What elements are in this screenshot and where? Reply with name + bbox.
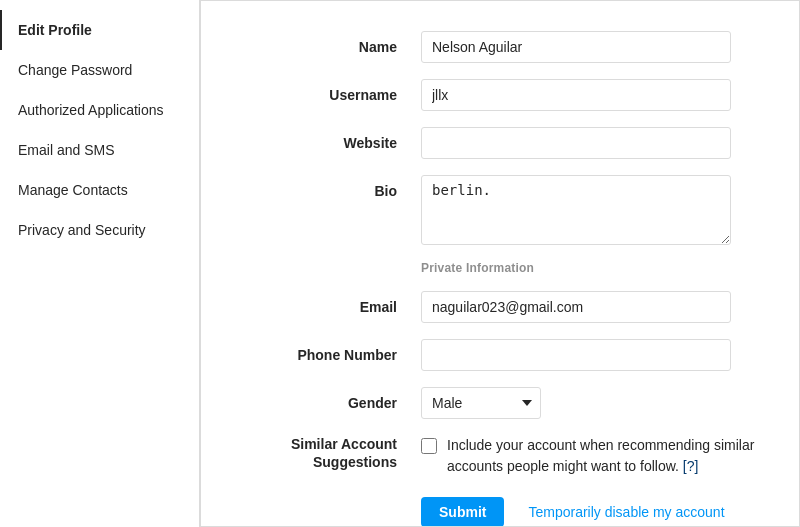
- disable-account-link[interactable]: Temporarily disable my account: [528, 504, 724, 520]
- username-input[interactable]: [421, 79, 731, 111]
- sidebar-item-email-and-sms[interactable]: Email and SMS: [0, 130, 199, 170]
- username-label: Username: [281, 79, 421, 103]
- bio-input[interactable]: berlin.: [421, 175, 731, 245]
- email-row: Email: [281, 291, 759, 323]
- name-row: Name: [281, 31, 759, 63]
- phone-label: Phone Number: [281, 339, 421, 363]
- sidebar-item-change-password[interactable]: Change Password: [0, 50, 199, 90]
- similar-help-link[interactable]: [?]: [683, 458, 699, 474]
- gender-label: Gender: [281, 387, 421, 411]
- sidebar: Edit Profile Change Password Authorized …: [0, 0, 200, 527]
- similar-content: Include your account when recommending s…: [421, 435, 759, 477]
- main-content: Name Username Website Bio berlin. Privat…: [200, 0, 800, 527]
- name-label: Name: [281, 31, 421, 55]
- bio-row: Bio berlin.: [281, 175, 759, 245]
- similar-account-label: Similar Account Suggestions: [281, 435, 421, 471]
- phone-input[interactable]: [421, 339, 731, 371]
- phone-row: Phone Number: [281, 339, 759, 371]
- website-label: Website: [281, 127, 421, 151]
- website-input[interactable]: [421, 127, 731, 159]
- email-label: Email: [281, 291, 421, 315]
- gender-select[interactable]: Male Female Prefer not to say: [421, 387, 541, 419]
- sidebar-item-edit-profile[interactable]: Edit Profile: [0, 10, 199, 50]
- private-info-section-label: Private Information: [421, 261, 759, 275]
- username-row: Username: [281, 79, 759, 111]
- gender-select-wrapper: Male Female Prefer not to say: [421, 387, 541, 419]
- sidebar-item-privacy-and-security[interactable]: Privacy and Security: [0, 210, 199, 250]
- similar-row: Similar Account Suggestions Include your…: [281, 435, 759, 477]
- similar-text: Include your account when recommending s…: [447, 435, 757, 477]
- bio-label: Bio: [281, 175, 421, 199]
- submit-button[interactable]: Submit: [421, 497, 504, 527]
- actions-row: Submit Temporarily disable my account: [421, 497, 759, 527]
- name-input[interactable]: [421, 31, 731, 63]
- sidebar-item-authorized-applications[interactable]: Authorized Applications: [0, 90, 199, 130]
- sidebar-item-manage-contacts[interactable]: Manage Contacts: [0, 170, 199, 210]
- similar-checkbox[interactable]: [421, 438, 437, 454]
- gender-row: Gender Male Female Prefer not to say: [281, 387, 759, 419]
- email-input[interactable]: [421, 291, 731, 323]
- website-row: Website: [281, 127, 759, 159]
